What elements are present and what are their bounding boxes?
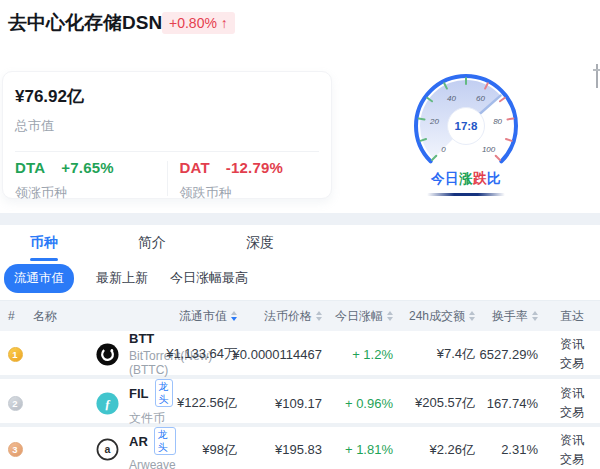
filter-newest[interactable]: 最新上新: [96, 269, 148, 287]
header-turnover-sort[interactable]: 换手率: [475, 308, 538, 325]
coin-symbol: BTT: [129, 331, 154, 346]
header-price-sort[interactable]: 法币价格: [237, 308, 322, 325]
top-gainer-change: +7.65%: [61, 159, 114, 176]
gauge-chart-icon: 0 20 40 60 80 100 17:8: [405, 62, 527, 184]
filter-market-cap[interactable]: 流通市值: [4, 264, 74, 293]
news-link[interactable]: 资讯: [560, 432, 584, 449]
tab-bar: 币种 简介 深度: [0, 225, 600, 261]
card-divider: [15, 151, 319, 152]
cell-market-cap: ¥98亿: [162, 441, 237, 459]
total-market-cap-value: ¥76.92亿: [15, 85, 331, 108]
svg-text:60: 60: [476, 94, 485, 103]
svg-text:a: a: [105, 443, 111, 455]
svg-text:80: 80: [493, 117, 502, 126]
top-gainer-label: 领涨币种: [15, 184, 167, 202]
up-down-ratio-gauge: 0 20 40 60 80 100 17:8 今日涨跌比: [405, 62, 527, 196]
filter-top-gainers[interactable]: 今日涨幅最高: [170, 269, 248, 287]
market-summary-card: ¥76.92亿 总市值 DTA+7.65% 领涨币种 DAT-12.79% 领跌…: [2, 71, 332, 199]
total-market-cap-label: 总市值: [15, 117, 331, 135]
section-separator: [0, 213, 600, 225]
sector-change-badge: +0.80% ↑: [162, 12, 235, 34]
cell-turnover: 2.31%: [475, 442, 538, 457]
trade-link[interactable]: 交易: [560, 355, 584, 372]
rank-badge: 3: [8, 442, 23, 457]
trade-link[interactable]: 交易: [560, 404, 584, 421]
coin-symbol: FIL: [129, 386, 149, 401]
cell-market-cap: ¥122.56亿: [162, 394, 237, 412]
table-row-ar[interactable]: 3 a AR龙头 Arweave ¥98亿 ¥195.83 + 1.81% ¥2…: [0, 427, 600, 469]
rank-badge: 2: [8, 396, 23, 411]
cell-change: + 0.96%: [322, 396, 393, 411]
cell-turnover: 6527.29%: [475, 347, 538, 362]
cell-volume: ¥205.57亿: [393, 394, 475, 412]
header-market-cap-sort[interactable]: 流通市值: [162, 308, 237, 325]
header-direct: 直达: [538, 308, 600, 325]
rank-badge: 1: [8, 347, 23, 362]
top-loser-symbol: DAT: [180, 159, 210, 176]
svg-text:0: 0: [441, 145, 446, 154]
header-volume-sort[interactable]: 24h成交额: [393, 308, 475, 325]
cell-price: ¥0.0000114467: [237, 347, 322, 362]
svg-text:20: 20: [429, 117, 439, 126]
cell-change: + 1.2%: [322, 347, 393, 362]
fil-coin-icon: ƒ: [96, 392, 119, 415]
gauge-label-underline: [427, 193, 505, 196]
top-loser-change: -12.79%: [226, 159, 283, 176]
svg-text:ƒ: ƒ: [104, 396, 110, 410]
clipped-floating-widget-icon: [592, 64, 600, 90]
tab-coins[interactable]: 币种: [30, 234, 58, 252]
table-header-row: # 名称 流通市值 法币价格 今日涨幅 24h成交额 换手率 直达: [0, 300, 600, 331]
trade-link[interactable]: 交易: [560, 451, 584, 468]
table-row-fil[interactable]: 2 ƒ FIL龙头 文件币 ¥122.56亿 ¥109.17 + 0.96% ¥…: [0, 379, 600, 427]
page-title: 去中心化存储DSN: [8, 10, 162, 36]
ar-coin-icon: a: [96, 438, 119, 461]
header-name: 名称: [30, 308, 162, 325]
cell-market-cap: ¥1,133.64万: [162, 345, 237, 363]
news-link[interactable]: 资讯: [560, 385, 584, 402]
coin-fullname: Arweave: [129, 458, 176, 469]
header-change-sort[interactable]: 今日涨幅: [322, 308, 393, 325]
table-row-btt[interactable]: 1 BTT BitTorrent(New)(BTTC) ¥1,133.64万 ¥…: [0, 331, 600, 379]
svg-text:100: 100: [482, 145, 496, 154]
tab-depth[interactable]: 深度: [246, 234, 274, 252]
header-rank: #: [0, 309, 30, 323]
cell-volume: ¥7.4亿: [393, 345, 475, 363]
btt-coin-icon: [96, 343, 119, 366]
coin-fullname: 文件币: [129, 410, 173, 427]
gauge-label: 今日涨跌比: [405, 170, 527, 188]
cell-turnover: 167.74%: [475, 396, 538, 411]
svg-text:40: 40: [447, 94, 456, 103]
cell-price: ¥109.17: [237, 396, 322, 411]
filter-bar: 流通市值 最新上新 今日涨幅最高: [4, 264, 248, 292]
gauge-ratio-value: 17:8: [454, 120, 478, 132]
news-link[interactable]: 资讯: [560, 336, 584, 353]
top-gainer-block: DTA+7.65% 领涨币种: [3, 159, 167, 202]
cell-volume: ¥2.26亿: [393, 441, 475, 459]
tab-intro[interactable]: 简介: [138, 234, 166, 252]
top-loser-block: DAT-12.79% 领跌币种: [168, 159, 332, 202]
top-gainer-symbol: DTA: [15, 159, 45, 176]
cell-change: + 1.81%: [322, 442, 393, 457]
coin-table: # 名称 流通市值 法币价格 今日涨幅 24h成交额 换手率 直达 1: [0, 300, 600, 469]
top-loser-label: 领跌币种: [180, 184, 332, 202]
coin-symbol: AR: [129, 434, 148, 449]
cell-price: ¥195.83: [237, 442, 322, 457]
